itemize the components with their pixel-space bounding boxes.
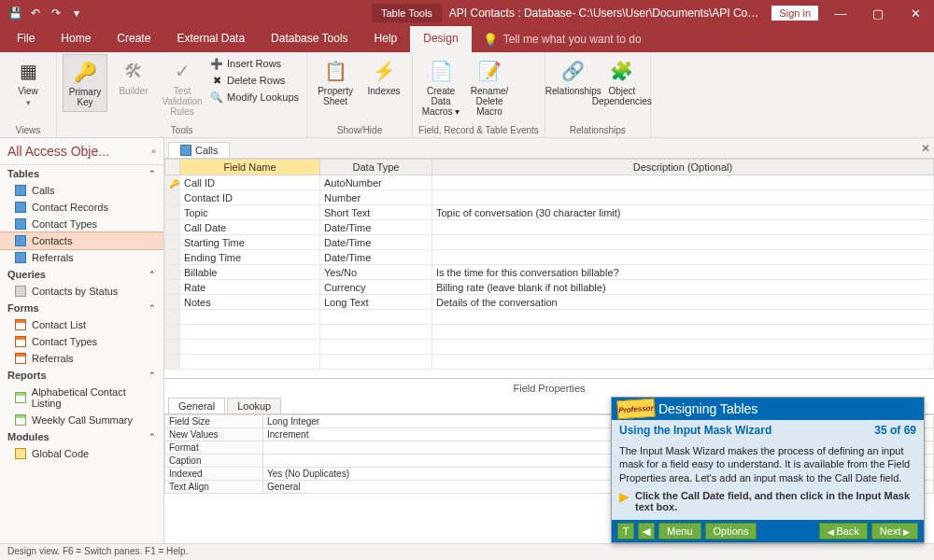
row-selector[interactable]	[165, 190, 180, 205]
document-tab-calls[interactable]: Calls	[168, 142, 230, 158]
col-field-name[interactable]: Field Name	[180, 160, 320, 175]
navpane-group-modules[interactable]: Modules⌃	[0, 428, 163, 445]
create-data-macros-button[interactable]: 📄 Create Data Macros ▾	[418, 54, 463, 120]
cell-field-name[interactable]: Notes	[180, 295, 320, 310]
cell-field-name[interactable]: Contact ID	[180, 190, 320, 205]
navpane-item[interactable]: Contact Types	[0, 333, 163, 350]
navpane-item[interactable]: Contact Types	[0, 216, 163, 232]
navpane-item[interactable]: Contact Records	[0, 199, 163, 216]
cell-data-type[interactable]: Yes/No	[320, 265, 432, 280]
navpane-group-forms[interactable]: Forms⌃	[0, 300, 163, 316]
tutorial-text-button[interactable]: T	[617, 523, 634, 539]
indexes-button[interactable]: ⚡ Indexes	[361, 54, 406, 100]
col-data-type[interactable]: Data Type	[320, 160, 432, 175]
cell-field-name[interactable]: Topic	[180, 205, 320, 220]
navpane-item[interactable]: Contacts	[0, 232, 163, 249]
row-selector[interactable]	[165, 235, 180, 250]
navpane-item[interactable]: Global Code	[0, 445, 163, 462]
navpane-item[interactable]: Weekly Call Summary	[0, 412, 163, 428]
cell-description[interactable]: Topic of conversation (30 character limi…	[432, 205, 934, 220]
qat-customize-icon[interactable]: ▾	[69, 6, 84, 21]
cell-description[interactable]	[432, 235, 934, 250]
navpane-item[interactable]: Referrals	[0, 249, 163, 266]
cell-field-name[interactable]: Billable	[180, 265, 320, 280]
table-row[interactable]: BillableYes/NoIs the time for this conve…	[165, 265, 934, 280]
row-selector[interactable]	[165, 220, 180, 235]
cell-description[interactable]	[432, 190, 934, 205]
tutorial-next-button[interactable]: Next	[871, 523, 918, 539]
table-row[interactable]: Contact IDNumber	[165, 190, 934, 205]
cell-data-type[interactable]: Number	[320, 190, 432, 205]
row-selector[interactable]	[165, 205, 180, 220]
tab-design[interactable]: Design	[410, 26, 471, 52]
insert-rows-button[interactable]: ➕Insert Rows	[208, 56, 301, 71]
row-selector[interactable]	[165, 175, 180, 190]
tab-create[interactable]: Create	[104, 26, 163, 52]
cell-description[interactable]: Billing rate (leave blank if not billabl…	[432, 280, 934, 295]
cell-field-name[interactable]: Rate	[180, 280, 320, 295]
save-icon[interactable]: 💾	[7, 6, 22, 21]
cell-field-name[interactable]: Starting Time	[180, 235, 320, 250]
minimize-button[interactable]: —	[822, 0, 859, 26]
tab-help[interactable]: Help	[361, 26, 411, 52]
cell-description[interactable]: Details of the conversation	[432, 295, 934, 310]
navpane-item[interactable]: Calls	[0, 182, 163, 199]
cell-description[interactable]	[432, 220, 934, 235]
table-row[interactable]: NotesLong TextDetails of the conversatio…	[165, 295, 934, 310]
view-button[interactable]: ▦ View ▾	[6, 54, 50, 111]
row-selector[interactable]	[165, 280, 180, 295]
maximize-button[interactable]: ▢	[859, 0, 897, 26]
table-row-empty[interactable]	[165, 310, 934, 325]
table-row[interactable]: Call DateDate/Time	[165, 220, 934, 235]
navpane-header[interactable]: All Access Obje... «	[0, 138, 163, 165]
row-selector[interactable]	[165, 250, 180, 265]
table-row[interactable]: RateCurrencyBilling rate (leave blank if…	[165, 280, 934, 295]
cell-data-type[interactable]: Long Text	[320, 295, 432, 310]
cell-field-name[interactable]: Call ID	[180, 175, 320, 190]
col-description[interactable]: Description (Optional)	[432, 160, 934, 175]
cell-data-type[interactable]: Date/Time	[320, 220, 432, 235]
tab-home[interactable]: Home	[48, 26, 104, 52]
cell-description[interactable]	[432, 175, 934, 190]
cell-field-name[interactable]: Ending Time	[180, 250, 320, 265]
primary-key-button[interactable]: 🔑 Primary Key	[63, 54, 107, 112]
signin-button[interactable]: Sign in	[771, 6, 818, 21]
navpane-group-tables[interactable]: Tables⌃	[0, 165, 163, 182]
cell-data-type[interactable]: Date/Time	[320, 250, 432, 265]
navpane-group-reports[interactable]: Reports⌃	[0, 367, 163, 384]
navpane-item[interactable]: Alphabetical Contact Listing	[0, 384, 163, 412]
test-rules-button[interactable]: ✓ Test Validation Rules	[160, 54, 205, 120]
row-selector[interactable]	[165, 265, 180, 280]
close-document-button[interactable]: ✕	[921, 142, 930, 155]
modify-lookups-button[interactable]: 🔍Modify Lookups	[208, 90, 301, 105]
close-button[interactable]: ✕	[897, 0, 934, 26]
table-row[interactable]: Call IDAutoNumber	[165, 175, 934, 190]
tab-file[interactable]: File	[4, 26, 48, 52]
tutorial-back-button[interactable]: Back	[819, 523, 868, 539]
undo-icon[interactable]: ↶	[28, 6, 43, 21]
object-dependencies-button[interactable]: 🧩 Object Dependencies	[600, 54, 644, 110]
table-row-empty[interactable]	[165, 325, 934, 340]
tutorial-prev-step-button[interactable]: ◀	[638, 523, 655, 539]
navpane-item[interactable]: Contacts by Status	[0, 283, 163, 300]
delete-rows-button[interactable]: ✖Delete Rows	[208, 73, 301, 88]
chevron-left-icon[interactable]: «	[151, 147, 156, 156]
relationships-button[interactable]: 🔗 Relationships	[551, 54, 596, 100]
table-row[interactable]: Starting TimeDate/Time	[165, 235, 934, 250]
table-row-empty[interactable]	[165, 340, 934, 355]
navpane-item[interactable]: Referrals	[0, 350, 163, 367]
cell-description[interactable]: Is the time for this conversation billab…	[432, 265, 934, 280]
cell-data-type[interactable]: Short Text	[320, 205, 432, 220]
redo-icon[interactable]: ↷	[49, 6, 64, 21]
property-sheet-button[interactable]: 📋 Property Sheet	[313, 54, 358, 110]
tell-me-search[interactable]: 💡 Tell me what you want to do	[472, 26, 642, 52]
tutorial-options-button[interactable]: Options	[705, 523, 757, 539]
cell-data-type[interactable]: Date/Time	[320, 235, 432, 250]
cell-description[interactable]	[432, 250, 934, 265]
tutorial-menu-button[interactable]: Menu	[658, 523, 701, 539]
table-row[interactable]: TopicShort TextTopic of conversation (30…	[165, 205, 934, 220]
navpane-item[interactable]: Contact List	[0, 316, 163, 333]
fp-tab-lookup[interactable]: Lookup	[227, 398, 281, 413]
cell-data-type[interactable]: AutoNumber	[320, 175, 432, 190]
cell-field-name[interactable]: Call Date	[180, 220, 320, 235]
